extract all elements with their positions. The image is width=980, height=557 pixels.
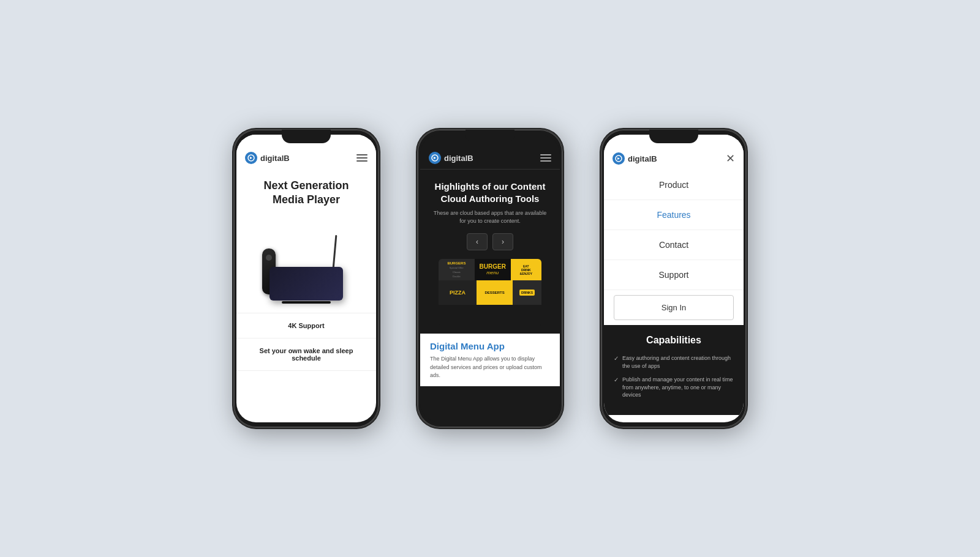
menu-image-card: BURGERS Special Offer Classic Double BUR… (439, 259, 541, 326)
nav-item-support[interactable]: Support (604, 260, 744, 290)
bm-drinks-label: DRINKS (519, 290, 535, 296)
hamburger-icon-2[interactable] (540, 154, 551, 162)
digital-menu-desc: The Digital Menu App allows you to displ… (430, 355, 550, 380)
cloud-hero-subtitle: These are cloud based apps that are avai… (430, 209, 550, 225)
prev-arrow-icon: ‹ (476, 237, 478, 246)
burger-menu-mockup: BURGERS Special Offer Classic Double BUR… (439, 259, 541, 326)
phone-1: digitalB Next Generation Media Player (233, 129, 380, 428)
feature-row-1: 4K Support (236, 313, 376, 338)
bm-desserts-panel: DESSERTS (477, 280, 513, 305)
bm-item-3: Double (441, 275, 472, 278)
capability-text-1: Easy authoring and content creation thro… (622, 354, 734, 370)
bm-burgers-label: BURGERS (441, 261, 472, 265)
brand-text-3: digitalB (628, 154, 657, 163)
phone-3-brand: digitalB (612, 152, 657, 165)
brand-icon-2 (429, 152, 441, 164)
bm-burger-title: BURGER (480, 264, 506, 270)
bm-drinks-panel: DRINKS (513, 280, 541, 305)
bm-pizza-label: PIZZA (450, 290, 466, 296)
phone-3-screen: digitalB ✕ Product Features Contact Supp… (604, 135, 744, 422)
check-icon-1: ✓ (614, 355, 619, 362)
brand-icon-3 (612, 152, 625, 165)
digital-menu-title: Digital Menu App (430, 341, 550, 351)
check-icon-2: ✓ (614, 376, 619, 383)
brand-text-2: digitalB (444, 154, 473, 163)
prev-arrow-btn[interactable]: ‹ (467, 233, 488, 250)
nav-item-product[interactable]: Product (604, 170, 744, 200)
phone-3-navbar: digitalB ✕ (604, 135, 744, 170)
bm-item-1: Special Offer (441, 266, 472, 269)
phone-1-content: Next Generation Media Player 4K Support … (236, 169, 376, 371)
capabilities-section: Capabilities ✓ Easy authoring and conten… (604, 325, 744, 415)
phone-2-screen: digitalB Highlights of our Content Cloud… (420, 135, 560, 422)
next-arrow-btn[interactable]: › (492, 233, 513, 250)
feature-row-2: Set your own wake and sleep schedule (236, 338, 376, 371)
phone-2-navbar: digitalB (420, 135, 560, 170)
nav-signin-btn[interactable]: Sign In (614, 295, 734, 320)
bm-bottom-row: PIZZA DESSERTS DRINKS (439, 280, 541, 305)
bm-menu-word: menu (486, 270, 499, 275)
media-player-illustration (257, 221, 355, 307)
nav-item-features[interactable]: Features (604, 200, 744, 230)
phone-1-navbar: digitalB (236, 135, 376, 169)
nav-item-contact[interactable]: Contact (604, 230, 744, 260)
cloud-hero-title: Highlights of our Content Cloud Authorin… (430, 181, 550, 204)
capability-item-1: ✓ Easy authoring and content creation th… (614, 354, 734, 370)
hero-title-1: Next Generation Media Player (236, 169, 376, 215)
phone-3: digitalB ✕ Product Features Contact Supp… (600, 129, 747, 428)
bm-desserts-label: DESSERTS (484, 291, 504, 294)
capabilities-title: Capabilities (614, 335, 734, 346)
bm-pizza-panel: PIZZA (439, 280, 477, 305)
hamburger-icon-1[interactable] (356, 154, 368, 162)
bm-item-2: Classic (441, 271, 472, 274)
close-icon-btn[interactable]: ✕ (726, 152, 735, 165)
bm-right-panel: EATDRINK&ENJOY (511, 259, 541, 280)
phone-2: digitalB Highlights of our Content Cloud… (417, 129, 564, 428)
media-box (270, 267, 343, 301)
bm-top-row: BURGERS Special Offer Classic Double BUR… (439, 259, 541, 280)
brand-icon-1 (245, 152, 257, 164)
phone-2-white-section: Digital Menu App The Digital Menu App al… (420, 334, 560, 386)
phone-1-brand: digitalB (245, 152, 290, 164)
nav-arrows: ‹ › (430, 233, 550, 250)
bm-center-panel: BURGER menu (475, 259, 511, 280)
phones-container: digitalB Next Generation Media Player (233, 129, 747, 428)
brand-text-1: digitalB (260, 154, 290, 163)
nav-menu: Product Features Contact Support Sign In (604, 170, 744, 320)
phone-2-brand: digitalB (429, 152, 473, 164)
bm-eat-drink-label: EATDRINK&ENJOY (520, 264, 533, 275)
antenna (333, 235, 337, 269)
capability-item-2: ✓ Publish and manage your content in rea… (614, 376, 734, 399)
product-image-1 (236, 215, 376, 313)
bm-left-panel: BURGERS Special Offer Classic Double (439, 259, 475, 280)
next-arrow-icon: › (502, 237, 504, 246)
capability-text-2: Publish and manage your content in real … (622, 376, 734, 399)
phone-1-screen: digitalB Next Generation Media Player (236, 135, 376, 422)
cloud-hero: Highlights of our Content Cloud Authorin… (420, 170, 560, 334)
